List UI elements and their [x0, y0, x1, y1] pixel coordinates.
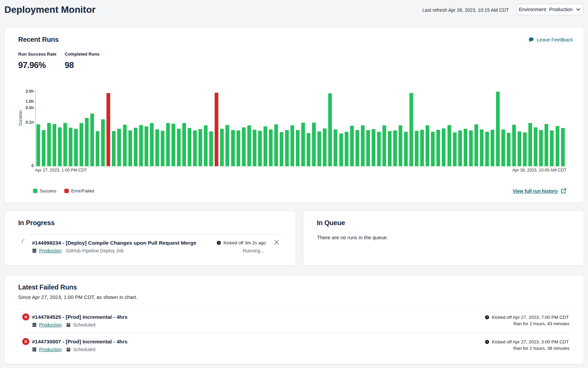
run-bar-success[interactable] [231, 130, 235, 166]
run-bar-success[interactable] [53, 124, 56, 166]
run-bar-success[interactable] [36, 124, 40, 166]
run-bar-success[interactable] [431, 132, 435, 166]
run-bar-success[interactable] [366, 130, 370, 166]
close-icon[interactable] [274, 239, 280, 245]
run-bar-success[interactable] [339, 133, 343, 166]
run-bar-success[interactable] [198, 129, 202, 166]
run-bar-success[interactable] [274, 124, 278, 166]
run-bar-success[interactable] [42, 130, 45, 166]
failed-run-title[interactable]: #144784525 - [Prod] Incremental - 4hrs [32, 314, 127, 320]
run-bar-success[interactable] [296, 130, 300, 166]
run-bar-success[interactable] [258, 131, 262, 166]
run-bar-success[interactable] [188, 128, 191, 166]
run-bar-success[interactable] [237, 130, 240, 166]
run-bar-success[interactable] [323, 128, 327, 166]
run-bar-success[interactable] [550, 130, 554, 166]
run-bar-success[interactable] [161, 131, 164, 166]
run-bar-success[interactable] [264, 126, 267, 166]
run-bar-success[interactable] [474, 124, 478, 166]
run-bar-success[interactable] [496, 92, 500, 166]
run-bar-success[interactable] [225, 125, 229, 166]
run-bar-success[interactable] [415, 131, 419, 166]
run-bar-success[interactable] [182, 123, 186, 166]
run-bar-success[interactable] [523, 132, 527, 166]
run-bar-success[interactable] [193, 130, 197, 166]
run-bar-success[interactable] [409, 93, 413, 166]
run-bar-success[interactable] [334, 129, 337, 166]
run-bar-success[interactable] [382, 125, 386, 166]
run-bar-success[interactable] [166, 123, 170, 166]
environment-link[interactable]: Production [39, 347, 62, 352]
run-bar-success[interactable] [361, 125, 365, 166]
run-bar-success[interactable] [96, 131, 99, 166]
run-bar-success[interactable] [512, 125, 516, 166]
run-bar-failed[interactable] [215, 93, 218, 166]
run-bar-success[interactable] [534, 127, 537, 166]
run-bar-success[interactable] [312, 123, 316, 166]
run-bar-success[interactable] [301, 123, 305, 166]
run-bar-success[interactable] [90, 114, 94, 166]
run-bar-success[interactable] [47, 123, 51, 166]
run-bar-success[interactable] [480, 129, 484, 166]
run-bar-success[interactable] [458, 130, 462, 166]
leave-feedback-link[interactable]: Leave Feedback [528, 37, 573, 42]
run-bar-success[interactable] [464, 129, 467, 166]
run-bar-success[interactable] [177, 129, 181, 166]
run-bar-success[interactable] [123, 125, 127, 166]
environment-dropdown[interactable]: Environment Production [517, 4, 583, 15]
run-bar-success[interactable] [101, 119, 105, 166]
run-bar-success[interactable] [388, 131, 392, 166]
run-bar-success[interactable] [317, 131, 321, 166]
run-bar-success[interactable] [556, 126, 559, 166]
run-bar-success[interactable] [485, 132, 489, 166]
run-bar-success[interactable] [561, 128, 565, 166]
run-bar-success[interactable] [372, 129, 375, 166]
run-bar-success[interactable] [145, 126, 148, 166]
run-bar-success[interactable] [155, 129, 159, 166]
run-bar-success[interactable] [290, 125, 294, 166]
run-bar-success[interactable] [545, 124, 548, 166]
run-bar-success[interactable] [242, 127, 246, 166]
run-bar-success[interactable] [399, 125, 402, 166]
view-full-run-history-link[interactable]: View full run history [513, 188, 566, 194]
environment-link[interactable]: Production [39, 322, 62, 328]
failed-run-title[interactable]: #144730007 - [Prod] Incremental - 4hrs [32, 339, 127, 345]
run-bar-success[interactable] [355, 130, 359, 166]
run-bar-success[interactable] [436, 130, 440, 166]
run-bar-success[interactable] [453, 132, 457, 166]
run-bar-success[interactable] [204, 125, 208, 166]
run-bar-success[interactable] [128, 130, 132, 166]
run-bar-success[interactable] [501, 129, 505, 166]
run-bar-success[interactable] [139, 125, 143, 166]
run-bar-success[interactable] [404, 132, 408, 166]
run-bar-success[interactable] [393, 130, 397, 166]
run-bar-success[interactable] [134, 128, 137, 166]
run-bar-success[interactable] [442, 128, 445, 166]
run-bar-failed[interactable] [106, 93, 110, 166]
run-bar-success[interactable] [307, 133, 310, 166]
run-bar-success[interactable] [518, 131, 521, 166]
run-bar-success[interactable] [539, 130, 543, 166]
run-bar-success[interactable] [247, 125, 251, 166]
run-bar-success[interactable] [377, 132, 381, 166]
run-bar-success[interactable] [280, 132, 283, 166]
run-bar-success[interactable] [420, 130, 424, 166]
run-bar-success[interactable] [528, 123, 532, 166]
run-bar-success[interactable] [209, 131, 213, 166]
run-bar-success[interactable] [172, 124, 175, 166]
run-bar-success[interactable] [150, 123, 154, 166]
run-bar-success[interactable] [447, 125, 451, 166]
run-bar-success[interactable] [507, 133, 510, 166]
run-bar-success[interactable] [112, 131, 116, 166]
run-bar-success[interactable] [285, 130, 289, 166]
run-bar-success[interactable] [117, 129, 121, 166]
run-bar-success[interactable] [85, 118, 89, 166]
in-progress-run-title[interactable]: #144998234 - [Deploy] Compile Changes up… [32, 240, 196, 246]
run-bar-success[interactable] [469, 130, 473, 166]
run-bar-success[interactable] [491, 130, 494, 166]
run-bar-success[interactable] [426, 125, 429, 166]
run-bar-success[interactable] [269, 129, 273, 166]
run-bar-success[interactable] [80, 123, 83, 166]
run-bar-success[interactable] [220, 129, 224, 166]
run-bar-success[interactable] [345, 132, 348, 166]
